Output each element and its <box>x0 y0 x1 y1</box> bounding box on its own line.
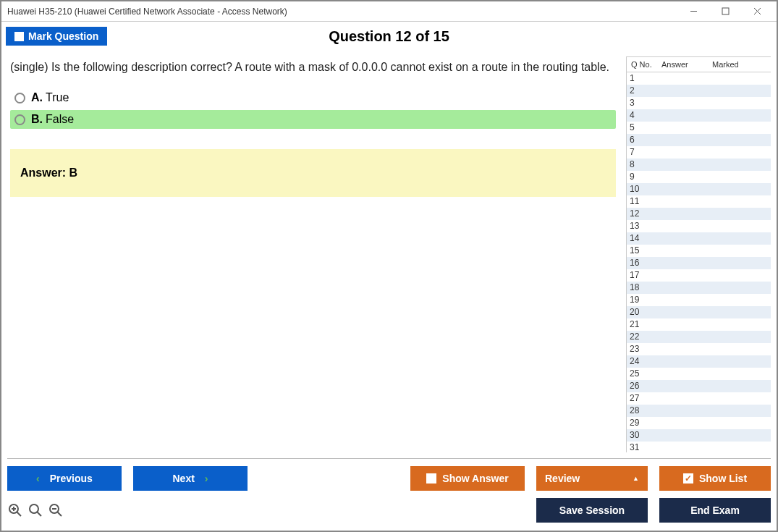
list-item[interactable]: 19 <box>627 294 771 306</box>
list-item[interactable]: 25 <box>627 368 771 380</box>
list-item[interactable]: 1 <box>627 72 771 85</box>
option-a[interactable]: A.True <box>10 88 616 107</box>
window-controls <box>684 4 766 19</box>
list-item[interactable]: 21 <box>627 318 771 331</box>
option-b[interactable]: B.False <box>10 110 616 129</box>
bottom-bar: ‹ Previous Next › Show Answer Review ▲ S… <box>7 458 771 525</box>
zoom-in-icon[interactable] <box>28 502 43 518</box>
show-answer-label: Show Answer <box>442 473 508 484</box>
end-exam-label: End Exam <box>690 504 740 516</box>
list-item[interactable]: 6 <box>627 134 771 146</box>
list-item[interactable]: 23 <box>627 343 771 355</box>
list-body[interactable]: 1234567891011121314151617181920212223242… <box>627 72 771 452</box>
col-header-marked: Marked <box>712 60 769 69</box>
checkbox-checked-icon <box>683 473 693 484</box>
list-item[interactable]: 3 <box>627 97 771 109</box>
list-item[interactable]: 12 <box>627 208 771 220</box>
svg-line-5 <box>17 512 22 517</box>
close-icon[interactable] <box>748 4 766 19</box>
list-item[interactable]: 9 <box>627 171 771 183</box>
chevron-right-icon: › <box>205 473 208 484</box>
question-list-panel: Q No. Answer Marked 12345678910111213141… <box>626 56 771 452</box>
list-item[interactable]: 28 <box>627 405 771 417</box>
list-item[interactable]: 15 <box>627 245 771 257</box>
chevron-left-icon: ‹ <box>36 473 40 484</box>
list-item[interactable]: 4 <box>627 109 771 122</box>
question-text: (single) Is the following description co… <box>10 61 616 74</box>
list-item[interactable]: 26 <box>627 380 771 392</box>
list-item[interactable]: 16 <box>627 257 771 269</box>
list-header: Q No. Answer Marked <box>627 57 771 72</box>
question-counter: Question 12 of 15 <box>329 28 449 45</box>
list-item[interactable]: 2 <box>627 85 771 97</box>
list-item[interactable]: 10 <box>627 183 771 195</box>
previous-button[interactable]: ‹ Previous <box>7 466 122 491</box>
save-session-label: Save Session <box>559 504 625 516</box>
content-area: (single) Is the following description co… <box>7 56 771 452</box>
show-list-label: Show List <box>699 473 747 484</box>
next-button[interactable]: Next › <box>133 466 248 491</box>
show-answer-button[interactable]: Show Answer <box>410 466 525 491</box>
window-title: Huawei H35-210 (Huawei Certified Network… <box>7 7 684 17</box>
review-label: Review <box>545 473 580 484</box>
button-row-1: ‹ Previous Next › Show Answer Review ▲ S… <box>7 466 771 491</box>
end-exam-button[interactable]: End Exam <box>659 498 771 523</box>
svg-line-9 <box>38 512 42 517</box>
review-button[interactable]: Review ▲ <box>536 466 648 491</box>
radio-icon <box>14 93 25 104</box>
radio-icon <box>14 114 25 125</box>
titlebar: Huawei H35-210 (Huawei Certified Network… <box>1 1 777 22</box>
checkbox-icon <box>14 32 24 41</box>
list-item[interactable]: 7 <box>627 146 771 159</box>
list-item[interactable]: 29 <box>627 417 771 429</box>
mark-question-label: Mark Question <box>28 30 98 42</box>
option-label: B.False <box>31 113 74 126</box>
checkbox-icon <box>426 473 436 484</box>
next-label: Next <box>172 473 194 484</box>
list-item[interactable]: 27 <box>627 392 771 405</box>
list-item[interactable]: 5 <box>627 122 771 134</box>
answer-box: Answer: B <box>10 149 616 197</box>
mark-question-button[interactable]: Mark Question <box>6 27 107 46</box>
svg-rect-1 <box>722 8 729 14</box>
list-item[interactable]: 11 <box>627 195 771 208</box>
save-session-button[interactable]: Save Session <box>536 498 648 523</box>
col-header-qno: Q No. <box>628 60 661 69</box>
list-item[interactable]: 20 <box>627 306 771 318</box>
dropdown-arrow-icon: ▲ <box>633 475 639 482</box>
button-row-2: Save Session End Exam <box>7 498 771 523</box>
zoom-controls <box>7 502 64 518</box>
list-item[interactable]: 22 <box>627 331 771 343</box>
list-item[interactable]: 13 <box>627 220 771 232</box>
zoom-reset-icon[interactable] <box>7 502 23 518</box>
zoom-out-icon[interactable] <box>48 502 64 518</box>
list-item[interactable]: 24 <box>627 355 771 368</box>
list-item[interactable]: 31 <box>627 442 771 452</box>
list-item[interactable]: 8 <box>627 159 771 171</box>
option-label: A.True <box>31 91 69 104</box>
list-item[interactable]: 18 <box>627 282 771 294</box>
svg-line-11 <box>58 512 62 517</box>
list-item[interactable]: 17 <box>627 269 771 282</box>
previous-label: Previous <box>50 473 93 484</box>
col-header-answer: Answer <box>661 60 712 69</box>
list-item[interactable]: 30 <box>627 429 771 442</box>
list-item[interactable]: 14 <box>627 232 771 245</box>
minimize-icon[interactable] <box>684 4 703 19</box>
maximize-icon[interactable] <box>716 4 735 19</box>
svg-point-8 <box>30 504 38 513</box>
topbar: Mark Question Question 12 of 15 <box>1 22 777 51</box>
show-list-button[interactable]: Show List <box>659 466 771 491</box>
question-panel: (single) Is the following description co… <box>7 56 622 452</box>
